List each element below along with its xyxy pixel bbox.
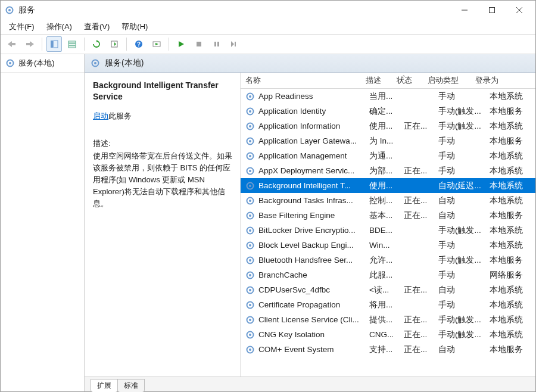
service-row[interactable]: Application Layer Gatewa...为 In...手动本地服务: [241, 133, 535, 148]
cell-status: 正在...: [400, 329, 435, 340]
service-row[interactable]: Background Tasks Infras...控制...正在...自动本地…: [241, 193, 535, 208]
service-row[interactable]: Application Information使用...正在...手动(触发..…: [241, 119, 535, 133]
cell-status: 正在...: [400, 166, 435, 176]
service-row[interactable]: COM+ Event System支持...正在...自动本地服务: [241, 342, 535, 357]
cell-desc: 为 In...: [366, 136, 400, 147]
service-row[interactable]: Block Level Backup Engi...Win...手动本地系统: [241, 238, 535, 253]
gear-icon: [5, 58, 15, 68]
cell-desc: 为通...: [366, 151, 400, 161]
main-body: 服务(本地) 服务(本地) Background Intelligent Tra…: [1, 54, 535, 391]
tab-standard[interactable]: 标准: [117, 379, 145, 392]
svg-point-29: [9, 62, 11, 64]
cell-name: BranchCache: [241, 270, 366, 280]
service-row[interactable]: AppX Deployment Servic...为部...正在...手动本地系…: [241, 163, 535, 178]
cell-desc: CNG...: [366, 330, 400, 339]
cell-logon: 本地系统: [486, 121, 531, 132]
menu-view[interactable]: 查看(V): [80, 20, 113, 33]
cell-desc: <读...: [366, 285, 400, 295]
col-header-desc[interactable]: 描述: [361, 75, 392, 86]
restart-service-button[interactable]: [227, 36, 242, 52]
titlebar[interactable]: 服务: [1, 1, 535, 20]
cell-desc: 基本...: [366, 210, 400, 221]
svg-point-31: [94, 62, 96, 64]
tree-item-services-local[interactable]: 服务(本地): [1, 54, 84, 73]
service-row[interactable]: Client License Service (Cli...提供...正在...…: [241, 312, 535, 327]
show-tree-button[interactable]: [46, 36, 62, 52]
close-button[interactable]: [506, 1, 533, 19]
cell-name: Application Identity: [241, 107, 366, 116]
connect-button[interactable]: [149, 36, 164, 52]
svg-point-41: [249, 155, 251, 157]
svg-rect-27: [235, 42, 236, 46]
sort-indicator-icon: ⌃: [401, 74, 406, 80]
maximize-button[interactable]: [478, 1, 506, 19]
forward-button[interactable]: [22, 36, 38, 52]
service-row[interactable]: CNG Key IsolationCNG...正在...手动(触发...本地系统: [241, 327, 535, 342]
gear-icon: [245, 241, 255, 250]
menu-action[interactable]: 操作(A): [43, 20, 76, 33]
cell-logon: 本地系统: [486, 329, 531, 340]
cell-startup: 自动: [435, 344, 486, 355]
properties-button[interactable]: [64, 36, 80, 52]
right-pane: 服务(本地) Background Intelligent Transfer S…: [85, 54, 535, 391]
toolbar: ?: [1, 34, 535, 54]
cell-startup: 手动: [435, 151, 486, 161]
service-row[interactable]: Application Identity确定...手动(触发...本地服务: [241, 104, 535, 119]
menu-file[interactable]: 文件(F): [5, 20, 38, 33]
pause-service-button[interactable]: [209, 36, 225, 52]
cell-logon: 本地系统: [486, 315, 531, 325]
service-row[interactable]: BitLocker Drive Encryptio...BDE...手动(触发.…: [241, 223, 535, 238]
cell-name: BitLocker Drive Encryptio...: [241, 226, 366, 235]
service-row[interactable]: Bluetooth Handsfree Ser...允许...手动(触发...本…: [241, 253, 535, 267]
service-row[interactable]: App Readiness当用...手动本地系统: [241, 89, 535, 104]
col-header-name[interactable]: 名称: [241, 75, 361, 86]
cell-startup: 自动: [435, 210, 486, 221]
service-rows[interactable]: App Readiness当用...手动本地系统Application Iden…: [241, 89, 535, 377]
cell-logon: 本地系统: [486, 285, 531, 295]
cell-name: Base Filtering Engine: [241, 211, 366, 220]
service-row[interactable]: BranchCache此服...手动网络服务: [241, 267, 535, 282]
col-header-logon[interactable]: 登录为: [470, 75, 512, 86]
refresh-button[interactable]: [89, 36, 104, 52]
svg-rect-7: [12, 43, 15, 45]
cell-desc: 提供...: [366, 315, 400, 325]
cell-logon: 本地服务: [486, 344, 531, 355]
col-header-startup[interactable]: 启动类型: [423, 75, 470, 86]
cell-desc: Win...: [366, 241, 400, 250]
service-row[interactable]: Base Filtering Engine基本...正在...自动本地服务: [241, 208, 535, 223]
svg-text:?: ?: [137, 41, 141, 48]
help-button[interactable]: ?: [131, 36, 147, 52]
stop-service-button[interactable]: [191, 36, 207, 52]
cell-name: Bluetooth Handsfree Ser...: [241, 256, 366, 265]
export-button[interactable]: [107, 36, 122, 52]
tab-extended[interactable]: 扩展: [91, 379, 118, 392]
service-row[interactable]: Background Intelligent T...使用...自动(延迟...…: [241, 178, 535, 193]
svg-point-67: [249, 349, 251, 351]
cell-desc: 控制...: [366, 195, 400, 206]
menubar: 文件(F) 操作(A) 查看(V) 帮助(H): [1, 20, 535, 34]
start-service-button[interactable]: [173, 36, 189, 52]
cell-startup: 手动: [435, 166, 486, 176]
cell-startup: 手动: [435, 136, 486, 147]
service-row[interactable]: Application Management为通...手动本地系统: [241, 148, 535, 163]
cell-logon: 本地系统: [486, 151, 531, 161]
minimize-button[interactable]: [451, 1, 478, 19]
col-header-status[interactable]: 状态: [392, 75, 423, 86]
gear-icon: [245, 107, 255, 116]
back-button[interactable]: [4, 36, 20, 52]
gear-icon: [245, 330, 255, 340]
svg-marker-22: [179, 41, 184, 47]
cell-logon: 本地服务: [486, 136, 531, 147]
tree-pane[interactable]: 服务(本地): [1, 54, 85, 391]
service-row[interactable]: CDPUserSvc_4dfbc<读...正在...自动本地系统: [241, 282, 535, 297]
cell-logon: 本地服务: [486, 106, 531, 117]
start-service-link[interactable]: 启动: [93, 111, 108, 120]
svg-point-55: [249, 259, 251, 262]
column-headers[interactable]: 名称 ⌃ 描述 状态 启动类型 登录为: [241, 73, 535, 89]
svg-point-37: [249, 125, 251, 127]
service-row[interactable]: Certificate Propagation将用...手动本地系统: [241, 297, 535, 312]
svg-point-51: [249, 229, 251, 232]
cell-status: 正在...: [400, 285, 435, 295]
svg-marker-17: [114, 42, 116, 46]
menu-help[interactable]: 帮助(H): [118, 20, 151, 33]
